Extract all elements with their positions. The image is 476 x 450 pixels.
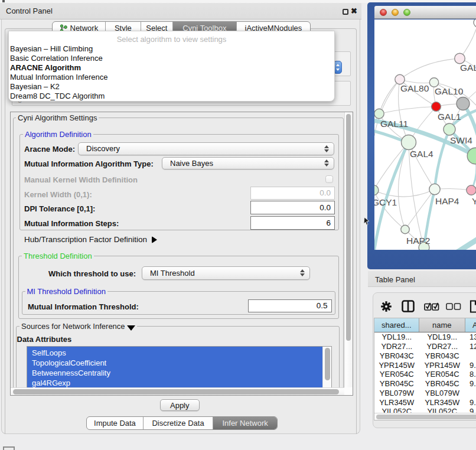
which-threshold-value: MI Threshold (150, 269, 195, 278)
svg-text:SWI4: SWI4 (450, 135, 472, 145)
table-row[interactable]: YER054CYER054C8. (374, 370, 476, 379)
table-row[interactable]: YDL19...YDL19...13 (374, 332, 476, 342)
algorithm-option[interactable]: Bayesian – K2 (9, 82, 334, 92)
svg-text:GAL4: GAL4 (410, 149, 433, 159)
top-strip-mark (2, 0, 5, 2)
expand-arrow-icon[interactable] (152, 236, 157, 243)
data-attribute-item[interactable]: TopologicalCoefficient (27, 358, 322, 369)
table-cell: YDR27... (374, 342, 419, 351)
mi-threshold-label: Mutual Information Threshold: (28, 302, 139, 311)
bottom-left-widget[interactable] (3, 446, 15, 450)
unchecked-columns-icon[interactable] (446, 303, 461, 310)
tab-impute-data[interactable]: Impute Data (87, 417, 144, 429)
tab-infer-network[interactable]: Infer Network (213, 417, 277, 429)
mi-algorithm-type-combo[interactable]: Naive Bayes (162, 157, 334, 170)
table-panel-title: Table Panel (375, 275, 415, 284)
svg-text:HAP2: HAP2 (406, 236, 431, 246)
svg-text:GCY1: GCY1 (374, 197, 397, 207)
table-cell: YBR045C (419, 379, 466, 389)
settings-vertical-scrollbar[interactable] (344, 112, 353, 388)
collapse-arrow-icon[interactable] (127, 325, 135, 331)
network-canvas[interactable]: GAL2GAL80GAL10GAL1SWI4GAL11GAL4YEL009CHA… (374, 19, 476, 250)
table-cell: 12 (465, 342, 476, 351)
list-vertical-scrollbar[interactable] (322, 347, 331, 387)
dpi-tolerance-field[interactable]: 0.0 (250, 201, 335, 214)
svg-text:GAL2: GAL2 (460, 63, 476, 73)
sources-title: Sources for Network Inference (19, 322, 137, 331)
node-table: shared...nameA YDL19...YDL19...13YDR27..… (374, 318, 476, 420)
algorithm-option[interactable]: ARACNE Algorithm (9, 63, 334, 73)
table-cell: YBR043C (374, 351, 419, 361)
table-cell: 13 (465, 332, 476, 342)
manual-kernel-width-checkbox[interactable] (325, 175, 333, 183)
combo-arrows-icon (324, 159, 329, 167)
table-cell: YDL19... (374, 332, 419, 342)
zoom-light[interactable] (403, 9, 410, 16)
table-cell: YPR145W (374, 360, 419, 370)
table-cell: YDR27... (419, 342, 466, 351)
hub-definition-label[interactable]: Hub/Transcription Factor Definition (24, 235, 157, 244)
column-header[interactable]: name (419, 318, 466, 332)
table-row[interactable]: YBR043CYBR043C (374, 351, 476, 361)
float-window-button[interactable] (343, 9, 348, 15)
network-window-titlebar[interactable] (374, 6, 476, 19)
table-row[interactable]: YBL079WYBL079W (374, 389, 476, 398)
data-attribute-item[interactable]: BetweennessCentrality (27, 369, 322, 379)
table-header-row: shared...nameA (374, 318, 476, 332)
aracne-mode-value: Discovery (86, 144, 120, 153)
mi-steps-field[interactable]: 6 (250, 216, 335, 230)
table-cell (465, 389, 476, 398)
data-attributes-list[interactable]: SelfLoopsTopologicalCoefficientBetweenne… (27, 347, 322, 387)
column-header[interactable]: shared... (374, 318, 419, 332)
gear-icon[interactable] (380, 301, 392, 312)
which-threshold-combo[interactable]: MI Threshold (142, 266, 310, 280)
cyni-algorithm-settings-title: Cyni Algorithm Settings (16, 113, 99, 122)
table-cell: YBR045C (374, 379, 419, 389)
table-horizontal-scrollbar[interactable] (374, 413, 476, 420)
tab-discretize-data[interactable]: Discretize Data (144, 417, 213, 429)
table-cell: 9. (465, 360, 476, 370)
table-horizontal-scrollbar-thumb[interactable] (376, 415, 476, 419)
apply-button[interactable]: Apply (160, 399, 200, 411)
data-attribute-item[interactable]: gal4RGexp (27, 379, 322, 388)
data-attribute-item[interactable]: SelfLoops (27, 348, 322, 358)
column-header[interactable]: A (465, 318, 476, 332)
algorithm-option[interactable]: Bayesian – Hill Climbing (9, 44, 334, 54)
algorithm-option[interactable]: Dream8 DC_TDC Algorithm (9, 92, 334, 101)
control-panel-titlebar[interactable] (0, 3, 361, 19)
table-row[interactable]: YBR045CYBR045C9. (374, 379, 476, 389)
table-cell: 9. (465, 397, 476, 407)
algorithm-dropdown-popup: Select algorithm to view settings Bayesi… (8, 31, 335, 102)
table-cell: YPR145W (419, 360, 466, 370)
settings-horizontal-scrollbar-thumb[interactable] (13, 389, 339, 394)
svg-text:GAL1: GAL1 (438, 112, 461, 122)
data-attributes-list-frame: SelfLoopsTopologicalCoefficientBetweenne… (27, 346, 332, 387)
mi-algorithm-type-label: Mutual Information Algorithm Type: (24, 159, 154, 168)
table-cell: 9. (465, 379, 476, 389)
control-panel-title: Control Panel (6, 6, 53, 15)
algorithm-option[interactable]: Basic Correlation Inference (9, 54, 334, 63)
document-icon[interactable] (470, 300, 476, 313)
close-light[interactable] (380, 9, 387, 16)
svg-text:GAL11: GAL11 (380, 119, 408, 129)
split-view-icon[interactable] (402, 300, 415, 312)
list-vertical-scrollbar-thumb[interactable] (325, 348, 330, 380)
table-row[interactable]: YDR27...YDR27...12 (374, 342, 476, 351)
threshold-definition-title: Threshold Definition (22, 252, 94, 260)
kernel-width-label: Kernel Width (0,1): (24, 190, 92, 199)
minimize-light[interactable] (392, 9, 399, 16)
table-row[interactable]: YLR345WYLR345W9. (374, 397, 476, 407)
table-cell: YBL079W (419, 389, 466, 398)
kernel-width-field[interactable]: 0.0 (250, 187, 335, 200)
mi-steps-label: Mutual Information Steps: (24, 219, 119, 228)
algorithm-combo-arrows[interactable] (334, 61, 342, 74)
close-panel-button[interactable]: ✖ (351, 6, 357, 15)
settings-horizontal-scrollbar[interactable] (11, 387, 344, 395)
table-row[interactable]: YPR145WYPR145W9. (374, 360, 476, 370)
aracne-mode-combo[interactable]: Discovery (78, 142, 334, 155)
settings-vertical-scrollbar-thumb[interactable] (346, 114, 351, 341)
checked-columns-icon[interactable] (424, 302, 439, 311)
svg-text:GAL80: GAL80 (400, 83, 429, 93)
mi-threshold-field[interactable]: 0.5 (248, 299, 332, 313)
algorithm-option[interactable]: Mutual Information Inference (9, 73, 334, 82)
